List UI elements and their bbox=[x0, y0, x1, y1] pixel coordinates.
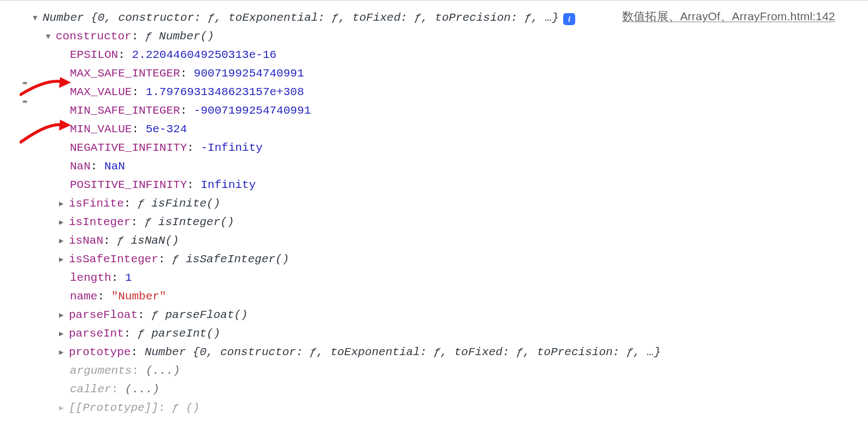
prop-key: NEGATIVE_INFINITY bbox=[70, 139, 187, 157]
function-symbol-icon: ƒ bbox=[138, 195, 145, 213]
row-max-value[interactable]: MAX_VALUE: 1.7976931348623157e+308 bbox=[0, 83, 868, 102]
function-sig: isFinite() bbox=[151, 195, 220, 213]
prop-value: -9007199254740991 bbox=[194, 102, 311, 120]
chevron-right-icon[interactable]: ▶ bbox=[59, 309, 69, 322]
prop-key: POSITIVE_INFINITY bbox=[70, 176, 187, 195]
function-sig: parseInt() bbox=[151, 325, 220, 343]
prop-key: caller bbox=[70, 380, 111, 399]
row-min-safe-integer[interactable]: MIN_SAFE_INTEGER: -9007199254740991 bbox=[0, 102, 868, 120]
function-sig: isSafeInteger() bbox=[186, 250, 289, 269]
function-symbol-icon: ƒ bbox=[172, 399, 179, 417]
function-sig: Number() bbox=[159, 27, 214, 46]
prop-key: [[Prototype]] bbox=[69, 399, 158, 417]
row-pos-infinity[interactable]: POSITIVE_INFINITY: Infinity bbox=[0, 176, 868, 195]
row-prototype[interactable]: ▶ prototype: Number {0, constructor: ƒ, … bbox=[0, 343, 868, 362]
console-panel: 数值拓展、ArrayOf、ArrayFrom.html:142 ▼ Number… bbox=[0, 0, 868, 436]
prop-key: isSafeInteger bbox=[69, 250, 158, 269]
prop-key: prototype bbox=[69, 343, 131, 362]
prop-key: name bbox=[70, 287, 97, 306]
row-arguments[interactable]: arguments: (...) bbox=[0, 362, 868, 380]
row-neg-infinity[interactable]: NEGATIVE_INFINITY: -Infinity bbox=[0, 139, 868, 157]
info-icon[interactable]: i bbox=[563, 13, 575, 25]
function-symbol-icon: ƒ bbox=[138, 325, 145, 343]
object-tree: ▼ Number {0, constructor: ƒ, toExponenti… bbox=[0, 9, 868, 417]
chevron-right-icon[interactable]: ▶ bbox=[59, 198, 69, 210]
prop-value: "Number" bbox=[111, 287, 167, 306]
chevron-right-icon[interactable]: ▶ bbox=[59, 328, 69, 340]
prop-value: 1.7976931348623157e+308 bbox=[146, 83, 304, 102]
prop-value: Infinity bbox=[200, 176, 256, 195]
row-nan[interactable]: NaN: NaN bbox=[0, 157, 868, 176]
prop-key: isNaN bbox=[69, 232, 103, 250]
prop-key: isInteger bbox=[69, 213, 131, 232]
function-sig: isNaN() bbox=[131, 232, 179, 250]
row-constructor[interactable]: ▼ constructor: ƒ Number() bbox=[0, 27, 868, 46]
object-summary: Number {0, constructor: ƒ, toExponential… bbox=[145, 343, 661, 362]
chevron-right-icon[interactable]: ▶ bbox=[59, 235, 69, 248]
chevron-right-icon[interactable]: ▶ bbox=[59, 216, 69, 229]
function-sig: isInteger() bbox=[158, 213, 234, 232]
prop-key: constructor bbox=[56, 27, 132, 46]
row-length[interactable]: length: 1 bbox=[0, 269, 868, 287]
chevron-right-icon[interactable]: ▶ bbox=[59, 254, 69, 266]
chevron-down-icon[interactable]: ▼ bbox=[33, 12, 43, 25]
prop-key: arguments bbox=[70, 362, 132, 380]
chevron-right-icon[interactable]: ▶ bbox=[59, 402, 69, 415]
function-sig: () bbox=[186, 399, 199, 417]
row-proto-internal[interactable]: ▶ [[Prototype]]: ƒ () bbox=[0, 399, 868, 417]
row-caller[interactable]: caller: (...) bbox=[0, 380, 868, 399]
prop-key: MAX_SAFE_INTEGER bbox=[70, 64, 180, 83]
prop-key: EPSILON bbox=[70, 46, 118, 64]
row-min-value[interactable]: MIN_VALUE: 5e-324 bbox=[0, 120, 868, 139]
chevron-right-icon[interactable]: ▶ bbox=[59, 346, 69, 359]
row-max-safe-integer[interactable]: MAX_SAFE_INTEGER: 9007199254740991 bbox=[0, 64, 868, 83]
prop-value: 1 bbox=[125, 269, 132, 287]
row-issafeinteger[interactable]: ▶ isSafeInteger: ƒ isSafeInteger() bbox=[0, 250, 868, 269]
prop-value: 5e-324 bbox=[146, 120, 187, 139]
row-isfinite[interactable]: ▶ isFinite: ƒ isFinite() bbox=[0, 195, 868, 213]
function-symbol-icon: ƒ bbox=[151, 306, 158, 325]
prop-value[interactable]: (...) bbox=[146, 362, 180, 380]
function-symbol-icon: ƒ bbox=[145, 213, 152, 232]
row-isinteger[interactable]: ▶ isInteger: ƒ isInteger() bbox=[0, 213, 868, 232]
prop-key: MIN_VALUE bbox=[70, 120, 132, 139]
prop-key: parseFloat bbox=[69, 306, 138, 325]
prop-value[interactable]: (...) bbox=[125, 380, 160, 399]
prop-key: MAX_VALUE bbox=[70, 83, 132, 102]
row-parsefloat[interactable]: ▶ parseFloat: ƒ parseFloat() bbox=[0, 306, 868, 325]
object-summary: Number {0, constructor: ƒ, toExponential… bbox=[43, 9, 559, 27]
function-sig: parseFloat() bbox=[165, 306, 247, 325]
prop-value: 9007199254740991 bbox=[194, 64, 304, 83]
prop-key: isFinite bbox=[69, 195, 124, 213]
row-epsilon[interactable]: EPSILON: 2.220446049250313e-16 bbox=[0, 46, 868, 64]
source-link[interactable]: 数值拓展、ArrayOf、ArrayFrom.html:142 bbox=[622, 9, 835, 24]
row-isnan[interactable]: ▶ isNaN: ƒ isNaN() bbox=[0, 232, 868, 250]
function-symbol-icon: ƒ bbox=[117, 232, 124, 250]
prop-value: -Infinity bbox=[200, 139, 262, 157]
prop-value: NaN bbox=[104, 157, 125, 176]
prop-key: NaN bbox=[70, 157, 91, 176]
prop-key: length bbox=[70, 269, 111, 287]
prop-key: MIN_SAFE_INTEGER bbox=[70, 102, 180, 120]
prop-key: parseInt bbox=[69, 325, 124, 343]
prop-value: 2.220446049250313e-16 bbox=[132, 46, 276, 64]
row-name[interactable]: name: "Number" bbox=[0, 287, 868, 306]
function-symbol-icon: ƒ bbox=[145, 27, 152, 46]
chevron-down-icon[interactable]: ▼ bbox=[46, 31, 56, 43]
function-symbol-icon: ƒ bbox=[172, 250, 179, 269]
row-parseint[interactable]: ▶ parseInt: ƒ parseInt() bbox=[0, 325, 868, 343]
